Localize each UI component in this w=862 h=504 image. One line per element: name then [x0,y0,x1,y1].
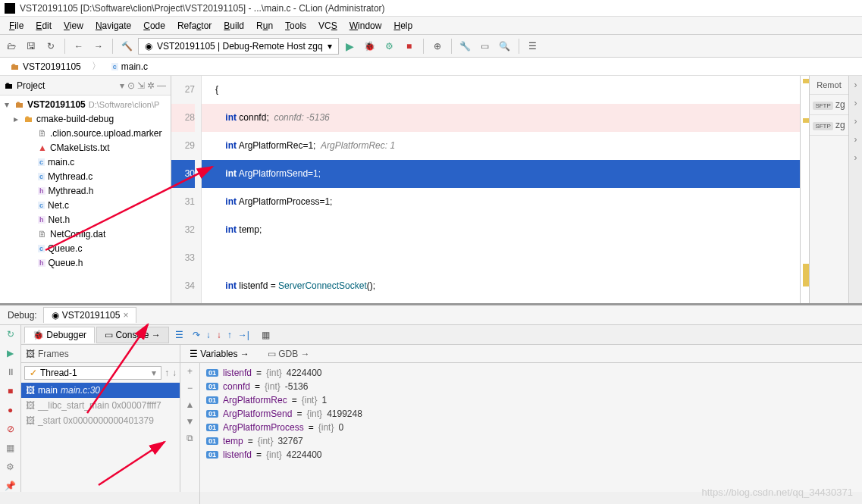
build-icon[interactable]: 🔨 [118,38,135,55]
stop-icon[interactable]: ■ [4,385,17,398]
file-crumb[interactable]: c main.c [105,60,154,74]
thread-selector[interactable]: ✓ Thread-1 ▾ [24,366,161,380]
variable-item[interactable]: 01temp = {int} 32767 [200,434,862,448]
project-crumb[interactable]: 🖿 VST20191105 [5,60,87,74]
tree-file[interactable]: c Queue.c [0,241,171,255]
collapse-icon[interactable]: ⇲ [137,80,145,91]
pin-icon[interactable]: 📌 [4,479,17,492]
variables-tab[interactable]: ☰ Variables → [185,347,254,361]
up-icon[interactable]: ▲ [186,399,195,410]
run-to-cursor-icon[interactable]: →| [238,330,249,340]
resume-icon[interactable]: ▶ [4,347,17,360]
stop-icon[interactable]: ■ [401,38,418,55]
tree-root[interactable]: ▾🖿 VST20191105 D:\Software\clion\P [0,97,171,111]
debugger-tab[interactable]: 🐞 Debugger [24,327,95,343]
console-tab[interactable]: ▭ Console → [96,327,169,343]
tree-file[interactable]: c Net.c [0,198,171,212]
debug-config-tab[interactable]: ◉ VST20191105 × [43,307,137,323]
menu-run[interactable]: Run [250,20,279,31]
project-header-title[interactable]: Project [17,80,117,91]
menu-help[interactable]: Help [387,20,418,31]
nav-breadcrumbs: 🖿 VST20191105 〉 c main.c [0,58,862,76]
chevron-right-icon[interactable]: › [849,112,862,130]
code-area[interactable]: { int connfd; connfd: -5136 int ArgPlatf… [202,76,800,303]
tree-file[interactable]: h Net.h [0,212,171,227]
variable-item[interactable]: 01listenfd = {int} 4224400 [200,366,862,380]
variable-item[interactable]: 01connfd = {int} -5136 [200,380,862,393]
back-icon[interactable]: ← [71,38,87,55]
step-over-icon[interactable]: ↷ [193,330,200,340]
pause-icon[interactable]: ⏸ [4,366,17,379]
window-title: VST20191105 [D:\Software\clion\Project\V… [20,3,385,14]
step-into-icon[interactable]: ↓ [206,330,211,340]
forward-icon[interactable]: → [90,38,107,55]
evaluate-icon[interactable]: ▦ [262,330,270,340]
tree-file[interactable]: h Queue.h [0,255,171,270]
tree-folder-cmake[interactable]: ▸🖿 cmake-build-debug [0,111,171,126]
refresh-icon[interactable]: ↻ [42,38,59,55]
sftp-tab-1[interactable]: SFTP zg [810,95,848,115]
open-icon[interactable]: 🗁 [3,38,20,55]
step-out-icon[interactable]: ↑ [227,330,232,340]
run-icon[interactable]: ▶ [342,38,359,55]
frame-down-icon[interactable]: ↓ [172,368,177,378]
frame-item[interactable]: 🖾 __libc_start_main 0x00007ffff7 [21,398,180,413]
down-icon[interactable]: ▼ [186,416,195,427]
remote-tab[interactable]: Remot [810,76,848,95]
project-header: 🖿 Project ▾ ⊙ ⇲ ✲ — [0,76,171,95]
tree-file[interactable]: 🗎 NetConfig.dat [0,227,171,241]
threads-icon[interactable]: ☰ [175,330,183,340]
gear-icon[interactable]: ✲ [147,80,155,91]
variable-item[interactable]: 01ArgPlatformProcess = {int} 0 [200,421,862,434]
menu-tools[interactable]: Tools [279,20,312,31]
tree-file[interactable]: ▲ CMakeLists.txt [0,140,171,155]
chevron-right-icon[interactable]: › [849,130,862,149]
force-step-into-icon[interactable]: ↓ [217,330,221,340]
menu-view[interactable]: View [58,20,89,31]
hide-icon[interactable]: — [157,80,166,91]
gdb-tab[interactable]: ▭ GDB → [263,347,315,361]
copy-icon[interactable]: ⧉ [187,433,193,443]
close-icon[interactable]: × [123,310,128,321]
attach-icon[interactable]: ⊕ [429,38,446,55]
menu-window[interactable]: Window [343,20,388,31]
terminal-icon[interactable]: ▭ [477,38,494,55]
add-watch-icon[interactable]: + [187,366,193,377]
tree-file[interactable]: c main.c [0,155,171,169]
menu-edit[interactable]: Edit [30,20,58,31]
frame-up-icon[interactable]: ↑ [165,368,169,378]
breakpoints-icon[interactable]: ● [4,404,17,417]
search-icon[interactable]: 🔍 [497,38,513,55]
structure-icon[interactable]: ☰ [525,38,541,55]
menu-code[interactable]: Code [137,20,171,31]
chevron-right-icon[interactable]: › [849,76,862,94]
mute-bp-icon[interactable]: ⊘ [4,422,17,435]
remove-watch-icon[interactable]: − [187,383,193,393]
debug-icon[interactable]: 🐞 [362,38,378,55]
variable-item[interactable]: 01ArgPlatformRec = {int} 1 [200,393,862,407]
scroll-from-source-icon[interactable]: ⊙ [127,80,135,91]
tree-file[interactable]: 🗎 .clion.source.upload.marker [0,126,171,140]
run-config-selector[interactable]: ◉ VST20191105 | Debug-Remote Host zgq ▾ [138,38,339,55]
variable-item[interactable]: 01ArgPlatformSend = {int} 4199248 [200,407,862,421]
sftp-tab-2[interactable]: SFTP zg [810,115,848,136]
layout-icon[interactable]: ▦ [4,441,17,454]
variable-item[interactable]: 01listenfd = {int} 4224400 [200,448,862,462]
menu-refactor[interactable]: Refactor [171,20,218,31]
tree-file[interactable]: h Mythread.h [0,183,171,198]
frame-item[interactable]: 🖾 _start 0x0000000000401379 [21,413,180,428]
frame-item[interactable]: 🖾 main main.c:30 [21,383,180,398]
settings-icon[interactable]: ⚙ [4,460,17,473]
menu-build[interactable]: Build [218,20,250,31]
menu-vcs[interactable]: VCS [312,20,343,31]
menu-navigate[interactable]: Navigate [89,20,137,31]
chevron-right-icon[interactable]: › [849,94,862,112]
menu-file[interactable]: File [3,20,30,31]
code-editor[interactable]: 2728293031323334 { int connfd; connfd: -… [171,76,809,303]
save-icon[interactable]: 🖫 [23,38,39,55]
tree-file[interactable]: c Mythread.c [0,169,171,183]
chevron-right-icon[interactable]: › [849,149,862,167]
rerun-icon[interactable]: ↻ [4,328,17,341]
coverage-icon[interactable]: ⚙ [381,38,398,55]
wrench-icon[interactable]: 🔧 [457,38,474,55]
